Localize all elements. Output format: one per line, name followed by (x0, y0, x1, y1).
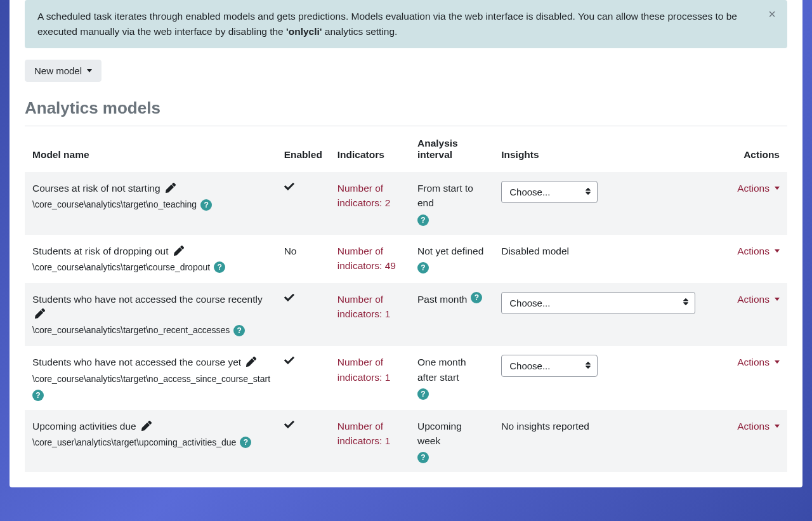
indicators-link[interactable]: Number of indicators: 1 (337, 421, 391, 446)
cell-interval: Upcoming week ? (410, 410, 494, 473)
actions-dropdown[interactable]: Actions (737, 181, 780, 195)
interval-wrap: From start to end ? (417, 181, 486, 226)
indicators-link[interactable]: Number of indicators: 2 (337, 183, 391, 208)
cell-name: Students who have not accessed the cours… (25, 283, 277, 346)
info-alert: A scheduled task iterates through enable… (25, 0, 787, 48)
table-header-row: Model name Enabled Indicators Analysis i… (25, 126, 787, 172)
model-target: \core_course\analytics\target\no_recent_… (32, 324, 269, 337)
indicators-link[interactable]: Number of indicators: 49 (337, 246, 396, 271)
help-icon[interactable]: ? (200, 199, 212, 211)
insights-select[interactable]: Choose... (501, 181, 598, 203)
check-icon (284, 183, 294, 194)
caret-down-icon (775, 187, 780, 190)
actions-label: Actions (737, 419, 769, 433)
alert-text-after: analytics setting. (322, 26, 398, 37)
cell-insights: Disabled model (494, 235, 692, 283)
actions-dropdown[interactable]: Actions (737, 292, 780, 307)
help-icon[interactable]: ? (417, 388, 429, 400)
caret-down-icon (775, 360, 780, 364)
cell-interval: Not yet defined ? (410, 235, 494, 283)
interval-wrap: One month after start ? (417, 355, 486, 400)
cell-name: Courses at risk of not starting \core_co… (25, 172, 277, 235)
model-name: Students who have not accessed the cours… (32, 292, 269, 322)
cell-enabled (277, 172, 330, 235)
actions-dropdown[interactable]: Actions (737, 244, 780, 258)
model-target-text: \core_course\analytics\target\course_dro… (32, 261, 210, 274)
help-icon[interactable]: ? (214, 261, 225, 273)
model-name-text: Courses at risk of not starting (32, 183, 160, 194)
col-insights: Insights (494, 126, 692, 172)
pencil-icon[interactable] (174, 245, 184, 255)
insights-text: Disabled model (501, 246, 569, 256)
model-target-text: \core_course\analytics\target\no_access_… (32, 373, 270, 386)
cell-name: Students at risk of dropping out \core_c… (25, 235, 277, 283)
model-name: Upcoming activities due (32, 419, 269, 433)
indicators-link[interactable]: Number of indicators: 1 (337, 294, 391, 319)
actions-label: Actions (737, 292, 769, 307)
cell-enabled (277, 283, 330, 346)
cell-indicators: Number of indicators: 2 (330, 172, 410, 235)
check-icon (284, 294, 294, 305)
model-name-text: Students at risk of dropping out (32, 246, 169, 256)
indicators-link[interactable]: Number of indicators: 1 (337, 357, 391, 382)
cell-insights: Choose... (494, 172, 692, 235)
cell-actions: Actions (692, 172, 787, 235)
new-model-button[interactable]: New model (25, 60, 102, 82)
insights-select[interactable]: Choose... (501, 292, 695, 314)
cell-interval: One month after start ? (410, 346, 494, 409)
model-name-text: Students who have not accessed the cours… (32, 294, 263, 305)
help-icon[interactable]: ? (417, 262, 429, 274)
caret-down-icon (775, 425, 780, 428)
help-icon[interactable]: ? (417, 214, 429, 226)
cell-insights: Choose... (494, 283, 692, 346)
col-indicators: Indicators (330, 126, 410, 172)
cell-actions: Actions (692, 235, 787, 283)
pencil-icon[interactable] (166, 182, 176, 192)
table-row: Students who have not accessed the cours… (25, 283, 787, 346)
pencil-icon[interactable] (246, 356, 256, 366)
help-icon[interactable]: ? (32, 390, 44, 401)
insights-select-wrap: Choose... (501, 355, 598, 377)
main-card: A scheduled task iterates through enable… (10, 0, 802, 487)
cell-insights: No insights reported (494, 410, 692, 473)
model-name: Students who have not accessed the cours… (32, 355, 269, 369)
interval-text: Upcoming week (417, 419, 486, 449)
table-row: Students who have not accessed the cours… (25, 346, 787, 409)
cell-actions: Actions (692, 283, 787, 346)
interval-text: One month after start (417, 355, 486, 385)
cell-interval: Past month ? (410, 283, 494, 346)
enabled-no: No (284, 246, 297, 256)
interval-wrap: Upcoming week ? (417, 419, 486, 464)
actions-label: Actions (737, 181, 769, 195)
page-title: Analytics models (25, 98, 787, 118)
cell-interval: From start to end ? (410, 172, 494, 235)
interval-text: From start to end (417, 181, 486, 211)
actions-dropdown[interactable]: Actions (737, 355, 780, 369)
model-target-text: \core_course\analytics\target\no_teachin… (32, 198, 197, 211)
insights-select[interactable]: Choose... (501, 355, 598, 377)
help-icon[interactable]: ? (471, 292, 482, 303)
cell-indicators: Number of indicators: 1 (330, 283, 410, 346)
help-icon[interactable]: ? (240, 437, 251, 448)
cell-name: Students who have not accessed the cours… (25, 346, 277, 409)
model-target: \core_course\analytics\target\no_access_… (32, 373, 269, 401)
cell-indicators: Number of indicators: 1 (330, 346, 410, 409)
caret-down-icon (775, 298, 780, 301)
check-icon (284, 421, 294, 432)
pencil-icon[interactable] (141, 420, 152, 430)
new-model-label: New model (34, 65, 82, 76)
pencil-icon[interactable] (35, 308, 45, 318)
help-icon[interactable]: ? (233, 325, 245, 336)
close-alert-button[interactable]: × (766, 5, 778, 23)
caret-down-icon (87, 69, 92, 72)
actions-dropdown[interactable]: Actions (737, 419, 780, 433)
cell-actions: Actions (692, 410, 787, 473)
models-table: Model name Enabled Indicators Analysis i… (25, 126, 787, 472)
col-model-name: Model name (25, 126, 277, 172)
col-interval: Analysis interval (410, 126, 494, 172)
cell-indicators: Number of indicators: 49 (330, 235, 410, 283)
model-target: \core_course\analytics\target\course_dro… (32, 261, 269, 274)
cell-insights: Choose... (494, 346, 692, 409)
table-body: Courses at risk of not starting \core_co… (25, 172, 787, 472)
help-icon[interactable]: ? (417, 452, 429, 463)
